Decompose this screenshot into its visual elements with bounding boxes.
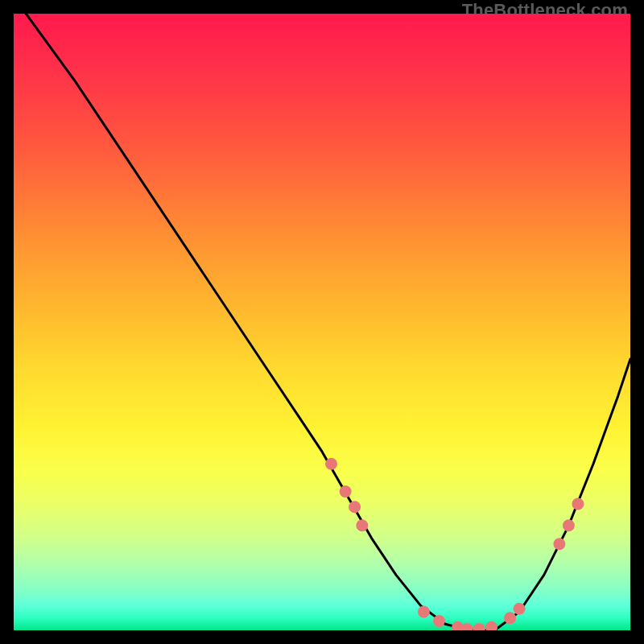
curve-marker: [504, 612, 516, 624]
curve-marker: [433, 615, 445, 627]
curve-marker: [514, 603, 526, 615]
chart-frame: TheBottleneck.com: [0, 0, 644, 644]
curve-svg: [14, 14, 630, 630]
curve-marker: [418, 606, 430, 618]
curve-marker: [473, 623, 485, 630]
curve-marker: [340, 485, 352, 497]
curve-marker: [485, 621, 497, 630]
curve-marker: [325, 458, 337, 470]
plot-area: [14, 14, 630, 630]
curve-marker: [572, 498, 584, 510]
curve-marker: [563, 519, 575, 531]
bottleneck-curve: [26, 14, 630, 630]
curve-marker: [356, 519, 368, 531]
curve-marker: [553, 538, 565, 550]
curve-marker: [349, 501, 361, 513]
